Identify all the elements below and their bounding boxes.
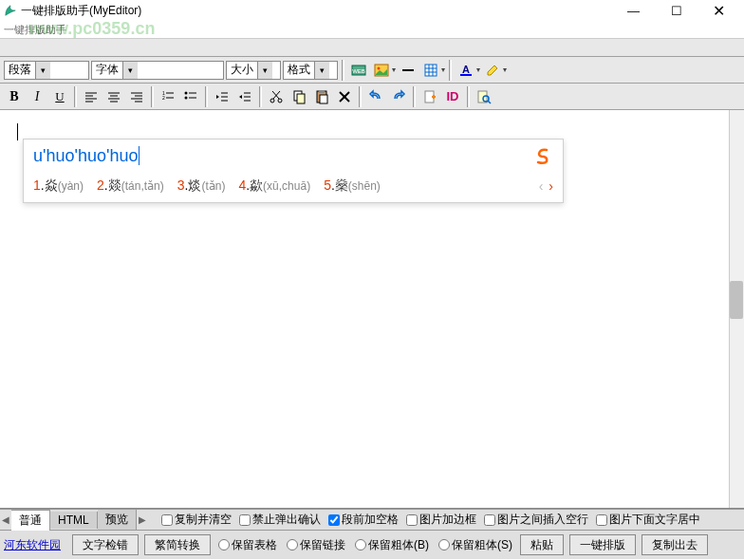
font-label: 字体 [92,62,122,78]
ime-pagination: ‹ › [539,178,553,194]
dropdown-arrow-icon[interactable]: ▾ [476,65,480,74]
opt-copy-clear[interactable]: 复制并清空 [161,512,232,528]
align-right-button[interactable] [126,86,147,107]
radio-keep-bold-b[interactable]: 保留粗体(B) [355,537,429,553]
svg-rect-45 [319,90,325,93]
opt-img-blank[interactable]: 图片之间插入空行 [484,512,588,528]
size-combo[interactable]: 大小 ▾ [226,61,281,80]
opt-space-before[interactable]: 段前加空格 [328,512,399,528]
menu-bar [0,38,744,57]
view-tabs: ◀ 普通 HTML 预览 ▶ 复制并清空 禁止弹出确认 段前加空格 图片加边框 … [0,510,744,531]
separator [151,86,154,107]
tab-html[interactable]: HTML [50,512,98,529]
ime-candidates: 1.焱(yàn) 2.燚(tán,tǎn) 3.㷋(tǎn) 4.歘(xū,ch… [24,172,563,202]
align-center-button[interactable] [103,86,124,107]
paste-button[interactable] [311,86,332,107]
separator [413,86,416,107]
toolbar-edit: B I U 12 ID [0,84,744,110]
find-button[interactable] [474,86,494,107]
ime-candidate-4[interactable]: 4.歘(xū,chuā) [238,177,310,195]
vertical-scrollbar[interactable] [729,110,744,508]
svg-point-29 [185,96,188,99]
dropdown-arrow-icon: ▾ [35,62,50,79]
id-button[interactable]: ID [442,86,463,107]
svg-text:A: A [462,64,470,75]
bold-button[interactable]: B [4,86,25,107]
opt-img-center[interactable]: 图片下面文字居中 [596,512,700,528]
svg-text:2: 2 [162,95,165,101]
dropdown-arrow-icon[interactable]: ▾ [441,65,445,74]
tab-preview[interactable]: 预览 [98,510,137,530]
text-cursor [17,123,18,140]
paragraph-label: 段落 [5,62,35,78]
tab-scroll-left-icon[interactable]: ◀ [0,514,11,525]
scroll-thumb[interactable] [730,281,743,319]
paragraph-combo[interactable]: 段落 ▾ [4,61,89,80]
size-label: 大小 [227,62,257,78]
cut-button[interactable] [266,86,287,107]
ime-input-text: u'huo'huo'huo [33,146,140,166]
outdent-button[interactable] [212,86,232,107]
ime-candidate-2[interactable]: 2.燚(tán,tǎn) [97,177,164,195]
dropdown-arrow-icon: ▾ [257,62,272,79]
ime-prev-icon[interactable]: ‹ [539,178,544,194]
hr-button[interactable] [398,60,418,81]
undo-button[interactable] [365,86,386,107]
svg-rect-50 [478,91,487,103]
align-left-button[interactable] [81,86,102,107]
maximize-button[interactable]: ☐ [655,0,698,21]
indent-button[interactable] [234,86,255,107]
ime-candidate-1[interactable]: 1.焱(yàn) [33,177,84,195]
spellcheck-button[interactable]: 文字检错 [72,534,139,555]
tab-normal[interactable]: 普通 [11,510,50,531]
italic-button[interactable]: I [27,86,47,107]
format-combo[interactable]: 格式 ▾ [283,61,338,80]
window-title: 一键排版助手(MyEditor) [21,3,612,19]
table-button[interactable] [420,60,441,81]
new-doc-button[interactable] [419,86,440,107]
unordered-list-button[interactable] [180,86,201,107]
dropdown-arrow-icon: ▾ [314,62,329,79]
editor-area[interactable]: u'huo'huo'huo 1.焱(yàn) 2.燚(tán,tǎn) 3.㷋(… [0,110,744,509]
ime-next-icon[interactable]: › [549,178,553,194]
text-color-button[interactable]: A [456,60,476,81]
redo-button[interactable] [388,86,409,107]
separator [342,60,344,81]
radio-keep-link[interactable]: 保留链接 [287,537,345,553]
dropdown-arrow-icon[interactable]: ▾ [503,65,507,74]
image-button[interactable] [371,60,392,81]
highlight-button[interactable] [482,60,503,81]
ime-candidate-5[interactable]: 5.燊(shēn) [324,177,381,195]
html-button[interactable]: WEB [348,60,369,81]
radio-keep-bold-s[interactable]: 保留粗体(S) [438,537,512,553]
radio-keep-table[interactable]: 保留表格 [218,537,277,553]
paste-action-button[interactable]: 粘贴 [520,534,564,555]
font-combo[interactable]: 字体 ▾ [91,61,224,80]
ime-candidate-3[interactable]: 3.㷋(tǎn) [177,177,226,195]
svg-point-38 [270,99,274,103]
delete-button[interactable] [334,86,355,107]
ordered-list-button[interactable]: 12 [158,86,178,107]
toolbar-format: 段落 ▾ 字体 ▾ 大小 ▾ 格式 ▾ WEB ▾ ▾ A ▾ ▾ [0,57,744,84]
separator [359,86,362,107]
opt-img-border[interactable]: 图片加边框 [406,512,476,528]
svg-point-39 [278,99,282,103]
dropdown-arrow-icon[interactable]: ▾ [392,65,396,74]
svg-line-52 [488,101,491,103]
svg-rect-11 [460,74,472,76]
copy-out-button[interactable]: 复制出去 [642,534,708,555]
window-controls: — ☐ ✕ [612,0,740,21]
underline-button[interactable]: U [49,86,70,107]
convert-button[interactable]: 繁简转换 [144,534,211,555]
format-action-button[interactable]: 一键排版 [569,534,636,555]
close-button[interactable]: ✕ [698,0,740,21]
opt-no-popup[interactable]: 禁止弹出确认 [239,512,321,528]
format-label: 格式 [284,62,314,78]
copy-button[interactable] [288,86,309,107]
separator [259,86,262,107]
window-titlebar: 一键排版助手(MyEditor) — ☐ ✕ [0,0,744,21]
minimize-button[interactable]: — [612,0,655,21]
site-link[interactable]: 河东软件园 [4,537,61,553]
tab-scroll-right-icon[interactable]: ▶ [137,514,148,525]
bottom-panel: ◀ 普通 HTML 预览 ▶ 复制并清空 禁止弹出确认 段前加空格 图片加边框 … [0,509,744,559]
